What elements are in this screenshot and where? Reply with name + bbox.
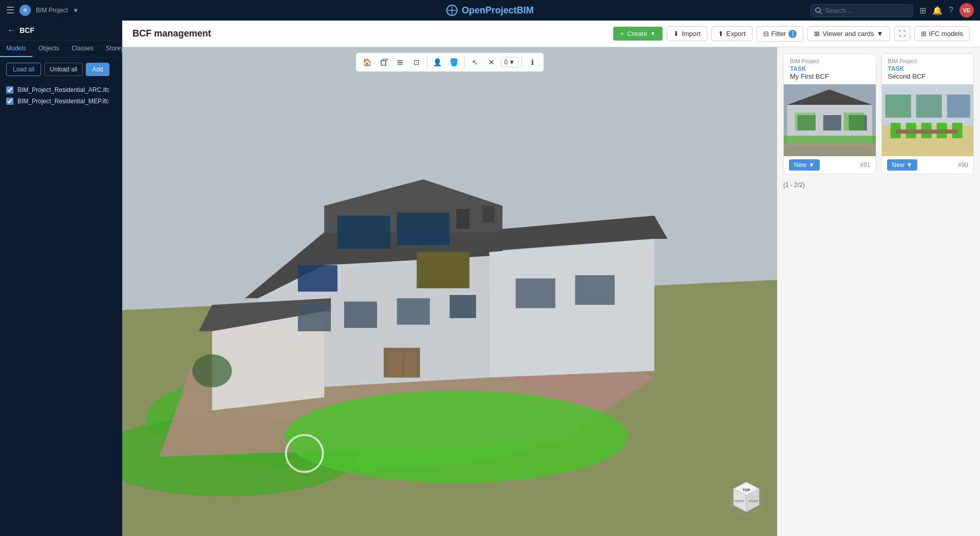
svg-rect-21	[450, 295, 476, 318]
bcf-card-2[interactable]: BIM Project TASK Second BCF	[881, 53, 974, 174]
create-button[interactable]: + Create ▼	[613, 27, 663, 41]
main-content: BCF management + Create ▼ ⬇ Import ⬆ Exp…	[122, 21, 980, 536]
bcf-panel: BIM Project TASK My First BCF	[777, 47, 980, 536]
model-checkbox-mep[interactable]	[6, 98, 13, 105]
app-logo-area: OpenProjectBIM	[446, 5, 534, 16]
cross-button[interactable]: ✕	[484, 55, 499, 69]
grid-view-button[interactable]: ⊞	[393, 55, 407, 69]
app-logo-icon	[446, 5, 458, 16]
info-button[interactable]: ℹ	[525, 55, 539, 69]
project-dropdown[interactable]: BIM Project	[36, 7, 68, 14]
building-3d-scene	[122, 47, 777, 536]
sidebar-title: BCF	[20, 26, 34, 34]
svg-rect-50	[844, 113, 864, 131]
viewer-icon: ⊠	[814, 30, 820, 38]
bell-icon[interactable]: 🔔	[932, 6, 943, 15]
svg-rect-19	[344, 302, 377, 328]
bcf-card-1-footer: New ▼ #91	[784, 156, 876, 174]
svg-marker-14	[489, 239, 654, 378]
bcf-card-1-number: #91	[860, 161, 870, 169]
menu-icon[interactable]: ☰	[6, 5, 14, 16]
avatar[interactable]: VE	[959, 3, 974, 17]
counter-value: 0	[504, 59, 508, 66]
nav-cube-svg: TOP FRONT RIGHT	[726, 479, 767, 521]
cube-icon	[380, 58, 388, 66]
toolbar-divider-1	[427, 57, 427, 67]
tab-objects[interactable]: Objects	[32, 41, 66, 57]
sidebar-actions: Load all Unload all Add	[0, 58, 122, 81]
list-item[interactable]: BIM_Project_Residential_MEP.ifc	[6, 98, 116, 105]
export-button[interactable]: ⬆ Export	[711, 26, 752, 41]
bcf-card-2-status-button[interactable]: New ▼	[887, 159, 918, 171]
svg-point-10	[285, 391, 628, 483]
app-title: OpenProjectBIM	[462, 5, 534, 16]
select-arrow-button[interactable]: ↖	[468, 55, 482, 69]
counter-dropdown: ▼	[508, 59, 515, 66]
bcf-header: BCF management + Create ▼ ⬇ Import ⬆ Exp…	[122, 21, 980, 47]
top-nav-right: ⊞ 🔔 ? VE	[811, 3, 974, 17]
svg-rect-31	[456, 209, 469, 229]
viewer-toolbar: 🏠 ⊞ ⊡ 👤 🪣 ↖ ✕ 0 ▼ ℹ	[355, 52, 544, 72]
bcf-card-1-status-arrow: ▼	[808, 161, 815, 169]
fullscreen-icon: ⛶	[899, 30, 906, 38]
sidebar-header: ← BCF	[0, 21, 122, 41]
bcf-card-2-image	[882, 84, 974, 156]
tab-classes[interactable]: Classes	[65, 41, 100, 57]
svg-rect-23	[575, 275, 615, 305]
plus-icon: +	[620, 30, 625, 38]
counter-select[interactable]: 0 ▼	[501, 57, 519, 67]
sidebar-tabs: Models Objects Classes Storeys	[0, 41, 122, 58]
toolbar-divider-2	[464, 57, 465, 67]
create-dropdown-arrow: ▼	[650, 31, 655, 36]
load-all-button[interactable]: Load all	[6, 63, 41, 76]
toolbar-divider-3	[521, 57, 522, 67]
filter-button[interactable]: ⊟ Filter 1	[757, 26, 804, 42]
svg-rect-22	[516, 279, 555, 308]
create-label: Create	[627, 30, 647, 38]
unload-all-button[interactable]: Unload all	[44, 63, 83, 76]
fullscreen-button[interactable]: ⛶	[894, 26, 910, 41]
viewer-label: Viewer and cards	[822, 30, 874, 38]
home-view-button[interactable]: 🏠	[360, 55, 374, 69]
add-model-button[interactable]: Add	[86, 63, 109, 76]
tab-models[interactable]: Models	[0, 41, 32, 57]
import-button[interactable]: ⬇ Import	[667, 26, 707, 41]
apps-grid-icon[interactable]: ⊞	[919, 6, 926, 15]
import-icon: ⬇	[673, 30, 679, 38]
svg-text:TOP: TOP	[743, 488, 750, 492]
navigation-cube[interactable]: TOP FRONT RIGHT	[726, 479, 767, 521]
bcf-card-2-status-arrow: ▼	[907, 161, 913, 169]
new-project-button[interactable]: +	[20, 5, 31, 16]
search-box[interactable]	[811, 4, 913, 17]
bcf-card-1-status-label: New	[794, 161, 806, 169]
selection-button[interactable]: ⊡	[409, 55, 424, 69]
ifc-models-button[interactable]: ⊞ IFC models	[914, 26, 970, 41]
bcf-card-1-status-button[interactable]: New ▼	[789, 159, 820, 171]
bcf-card-1[interactable]: BIM Project TASK My First BCF	[783, 53, 876, 174]
viewer-cards-button[interactable]: ⊠ Viewer and cards ▼	[807, 26, 890, 41]
svg-rect-18	[298, 305, 331, 331]
search-input[interactable]	[825, 7, 902, 14]
paint-button[interactable]: 🪣	[447, 55, 461, 69]
bcf-card-2-number: #90	[958, 161, 968, 169]
bcf-card-1-scene	[784, 84, 876, 156]
cube-view-button[interactable]	[376, 55, 391, 69]
bcf-card-2-task: TASK	[888, 65, 968, 72]
svg-point-1	[816, 8, 820, 12]
bcf-card-2-header: BIM Project TASK Second BCF	[882, 54, 974, 84]
viewer-area[interactable]: 🏠 ⊞ ⊡ 👤 🪣 ↖ ✕ 0 ▼ ℹ	[122, 47, 777, 536]
person-view-button[interactable]: 👤	[430, 55, 445, 69]
bcf-card-1-project: BIM Project	[790, 58, 870, 64]
svg-point-34	[192, 355, 232, 387]
sidebar: ← BCF Models Objects Classes Storeys Loa…	[0, 21, 122, 536]
bcf-card-1-title: My First BCF	[790, 72, 870, 80]
back-button[interactable]: ←	[7, 26, 15, 35]
svg-rect-51	[784, 143, 876, 156]
help-icon[interactable]: ?	[949, 6, 953, 15]
list-item[interactable]: BIM_Project_Residential_ARC.ifc	[6, 86, 116, 94]
bcf-card-1-header: BIM Project TASK My First BCF	[784, 54, 876, 84]
model-checkbox-arc[interactable]	[6, 86, 13, 94]
bcf-card-2-title: Second BCF	[888, 72, 968, 80]
filter-icon: ⊟	[763, 30, 769, 38]
bcf-card-2-scene	[882, 84, 974, 156]
